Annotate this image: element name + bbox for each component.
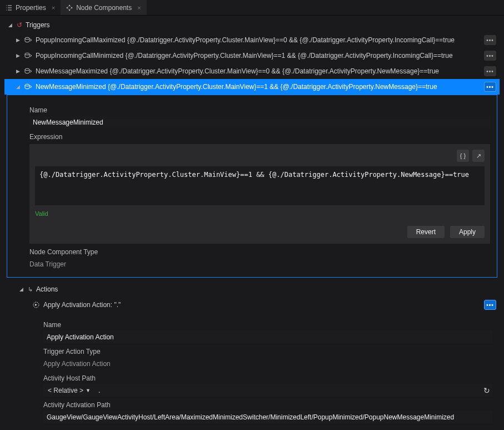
action-body: Name Trigger Action Type Apply Activatio… <box>4 313 500 430</box>
popout-button[interactable]: ↗ <box>472 150 485 162</box>
trigger-label: PopupIncomingCallMaximized {@./Datatrigg… <box>36 36 481 44</box>
braces-button[interactable]: { } <box>457 150 469 162</box>
name-label: Name <box>43 321 493 329</box>
trigger-row[interactable]: ▶ PopupIncomingCallMinimized {@./Datatri… <box>4 48 500 63</box>
path-mode-label: < Relative > <box>48 387 83 394</box>
trigger-row-selected[interactable]: ◢ NewMessageMinimized {@./Datatrigger.Ac… <box>4 79 500 95</box>
more-menu-button[interactable]: ••• <box>484 51 496 61</box>
chevron-down-icon: ▼ <box>86 388 91 393</box>
triggers-header[interactable]: ◢ ↺ Triggers <box>4 18 500 32</box>
database-icon <box>24 83 32 90</box>
trigger-label: NewMessageMinimized {@./Datatrigger.Acti… <box>36 83 481 91</box>
svg-point-17 <box>25 84 29 86</box>
database-icon <box>24 37 32 43</box>
chevron-down-icon[interactable]: ◢ <box>18 286 24 292</box>
actions-title: Actions <box>36 285 58 293</box>
section-title: Triggers <box>26 21 50 29</box>
revert-button[interactable]: Revert <box>407 226 445 238</box>
trigger-row[interactable]: ▶ PopupIncomingCallMaximized {@./Datatri… <box>4 32 500 48</box>
tab-label: Properties <box>16 4 46 12</box>
more-menu-button[interactable]: ••• <box>484 300 496 310</box>
svg-point-16 <box>25 68 29 71</box>
node-type-label: Node Component Type <box>29 248 490 256</box>
expression-label: Expression <box>29 133 490 141</box>
tab-node-components[interactable]: Node Components × <box>61 0 147 15</box>
chevron-right-icon[interactable]: ▶ <box>14 37 21 43</box>
activation-path-label: Activity Activation Path <box>43 401 493 409</box>
chevron-right-icon[interactable]: ▶ <box>14 53 21 58</box>
action-name-input[interactable] <box>43 331 493 343</box>
trigger-detail-panel: Name Expression { } ↗ Valid Revert Apply… <box>7 95 497 278</box>
svg-point-15 <box>25 53 29 55</box>
chevron-down-icon[interactable]: ◢ <box>7 22 13 28</box>
triggers-icon: ↺ <box>17 21 22 29</box>
svg-line-11 <box>69 6 72 8</box>
tab-bar: Properties × Node Components × <box>0 0 504 16</box>
close-icon[interactable]: × <box>52 4 55 11</box>
trigger-label: NewMessageMaximized {@./Datatrigger.Acti… <box>36 67 481 75</box>
more-menu-button[interactable]: ••• <box>484 35 496 45</box>
svg-line-12 <box>69 8 72 10</box>
action-apply-icon <box>32 301 40 309</box>
tab-properties[interactable]: Properties × <box>0 0 61 15</box>
valid-status: Valid <box>35 210 485 217</box>
actions-header[interactable]: ◢ ↳ Actions <box>4 282 500 296</box>
button-row: Revert Apply <box>35 226 485 238</box>
activation-path-input[interactable] <box>43 411 493 423</box>
path-mode-dropdown[interactable]: < Relative > ▼ <box>43 384 95 397</box>
triggers-panel: ◢ ↺ Triggers ▶ PopupIncomingCallMaximize… <box>0 16 504 430</box>
action-arrow-icon: ↳ <box>28 286 33 293</box>
trigger-row[interactable]: ▶ NewMessageMaximized {@./Datatrigger.Ac… <box>4 63 500 79</box>
more-menu-button[interactable]: ••• <box>484 66 496 76</box>
action-row[interactable]: Apply Activation Action: "." ••• <box>4 296 500 313</box>
action-title: Apply Activation Action: "." <box>43 301 481 309</box>
chevron-down-icon[interactable]: ◢ <box>14 84 21 90</box>
trigger-type-value: Apply Activation Action <box>43 358 493 370</box>
trigger-label: PopupIncomingCallMinimized {@./Datatrigg… <box>36 52 481 60</box>
expression-textarea[interactable] <box>35 166 485 205</box>
svg-line-13 <box>67 8 69 10</box>
host-path-label: Activity Host Path <box>43 374 493 382</box>
chevron-right-icon[interactable]: ▶ <box>14 68 21 74</box>
tab-label: Node Components <box>76 4 132 12</box>
trigger-type-label: Trigger Action Type <box>43 348 493 355</box>
expression-toolbar: { } ↗ <box>35 150 485 162</box>
reset-button[interactable]: ↻ <box>481 384 493 397</box>
svg-point-14 <box>25 37 29 39</box>
apply-button[interactable]: Apply <box>450 226 485 238</box>
list-icon <box>6 4 12 11</box>
host-path-row: < Relative > ▼ . ↻ <box>43 384 493 397</box>
name-label: Name <box>29 106 490 114</box>
node-type-value: Data Trigger <box>29 258 490 270</box>
database-icon <box>24 52 32 59</box>
close-icon[interactable]: × <box>137 4 141 11</box>
more-menu-button[interactable]: ••• <box>484 82 496 92</box>
host-path-value[interactable]: . <box>95 384 481 397</box>
svg-line-10 <box>67 6 69 8</box>
name-input[interactable] <box>29 116 490 128</box>
components-icon <box>66 4 73 11</box>
database-icon <box>24 68 32 75</box>
expression-box: { } ↗ Valid Revert Apply <box>29 144 490 244</box>
